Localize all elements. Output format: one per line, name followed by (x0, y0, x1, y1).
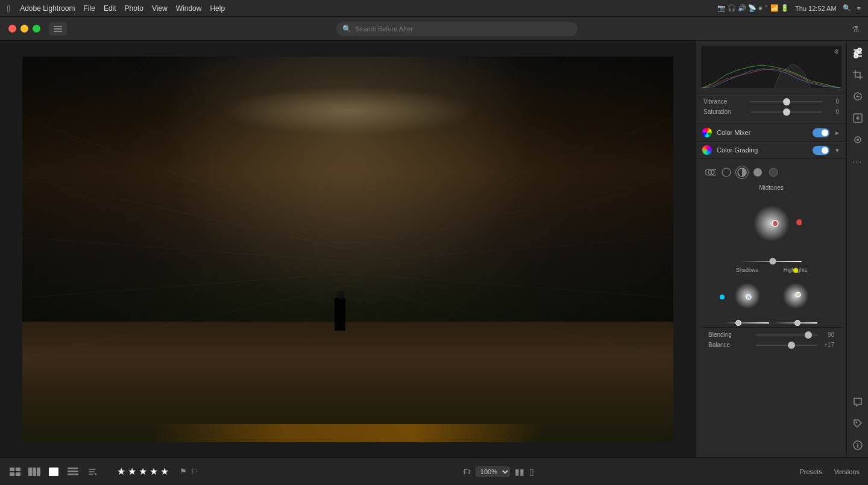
star-1[interactable]: ★ (117, 466, 125, 477)
color-grading-section: Midtones (696, 159, 846, 360)
list-view-icon[interactable] (66, 467, 80, 477)
balance-track[interactable] (755, 345, 817, 346)
svg-line-4 (22, 177, 348, 249)
svg-rect-42 (16, 468, 20, 471)
star-2[interactable]: ★ (128, 466, 136, 477)
saturation-label: Saturation (703, 108, 746, 115)
shadows-wheel-wrapper (726, 274, 769, 320)
star-5[interactable]: ★ (160, 466, 169, 477)
filter-icon[interactable]: ⚗ (852, 24, 860, 34)
color-grading-title: Color Grading (717, 146, 808, 154)
shadows-brightness-thumb[interactable] (735, 320, 741, 326)
menu-item-edit[interactable]: Edit (104, 4, 116, 13)
midtones-brightness-slider[interactable] (741, 261, 802, 262)
midtones-color-wheel[interactable] (741, 193, 802, 254)
menu-item-file[interactable]: File (84, 4, 95, 13)
svg-rect-49 (68, 468, 78, 469)
svg-line-11 (348, 274, 673, 298)
shadows-color-wheel[interactable] (726, 274, 769, 318)
highlights-brightness-thumb[interactable] (794, 320, 800, 326)
midtones-wheel-container: Midtones (701, 184, 841, 262)
search-icon-menu[interactable]: 🔍 (843, 4, 851, 12)
color-grading-chevron[interactable]: ▼ (834, 147, 840, 154)
svg-point-28 (796, 292, 800, 297)
highlights-color-wheel[interactable] (774, 274, 817, 318)
cg-all-icon[interactable] (705, 166, 717, 178)
saturation-track[interactable] (750, 111, 822, 113)
highlights-brightness-slider[interactable] (774, 322, 817, 324)
toolbar-adjust-icon[interactable] (851, 46, 865, 60)
list-icon-menu[interactable]: ≡ (857, 5, 861, 12)
cg-shadows-icon[interactable] (720, 166, 732, 178)
blending-thumb[interactable] (805, 331, 812, 339)
bottom-right: Presets Versions (799, 466, 860, 478)
star-4[interactable]: ★ (149, 466, 158, 477)
window-toggle-button[interactable] (49, 22, 67, 36)
cg-highlights-icon[interactable] (752, 166, 764, 178)
svg-line-7 (22, 286, 348, 358)
balance-label: Balance (708, 342, 750, 348)
toolbar-comment-icon[interactable] (851, 395, 865, 409)
color-grading-header: Color Grading ▼ (696, 142, 846, 159)
search-input[interactable] (355, 25, 571, 33)
crop-compare-icon[interactable]: ▯ (529, 467, 534, 477)
maximize-button[interactable] (33, 25, 40, 33)
traffic-lights (8, 25, 40, 33)
vibrance-track[interactable] (750, 101, 822, 102)
midtones-wheel-wrapper (741, 193, 802, 256)
cg-mode-icons (701, 164, 841, 181)
toolbar-dots-icon[interactable]: ··· (851, 154, 865, 169)
search-bar[interactable]: 🔍 (336, 22, 577, 36)
toolbar-tag-icon[interactable] (851, 416, 865, 431)
color-mixer-toggle[interactable] (813, 128, 829, 137)
versions-tab[interactable]: Versions (834, 466, 860, 478)
minimize-button[interactable] (20, 25, 28, 33)
tunnel-geometry (22, 57, 673, 442)
menu-item-photo[interactable]: Photo (125, 4, 143, 13)
cg-global-icon[interactable] (767, 166, 779, 178)
svg-point-20 (769, 168, 778, 177)
toolbar-mask-icon[interactable] (851, 111, 865, 125)
flag-reject[interactable]: ⚐ (190, 467, 198, 476)
menu-item-window[interactable]: Window (176, 4, 202, 13)
color-grading-toggle[interactable] (813, 146, 829, 155)
menu-items: Adobe Lightroom File Edit Photo View Win… (20, 4, 225, 13)
toolbar-redeye-icon[interactable] (851, 133, 865, 147)
shadows-brightness-slider[interactable] (726, 322, 769, 324)
menu-item-help[interactable]: Help (210, 4, 225, 13)
histogram-settings-icon[interactable]: ⚙ (834, 48, 839, 55)
fit-label: Fit (464, 468, 471, 475)
star-3[interactable]: ★ (139, 466, 147, 477)
highlights-wheel-wrapper (774, 274, 817, 320)
color-mixer-chevron[interactable]: ► (834, 130, 840, 136)
svg-line-10 (348, 237, 673, 261)
menu-item-app[interactable]: Adobe Lightroom (20, 4, 75, 13)
filmstrip-view-icon[interactable] (28, 467, 41, 477)
sliders-section: Vibrance 0 Saturation 0 (696, 93, 846, 124)
svg-point-17 (722, 168, 731, 177)
zoom-select[interactable]: 100% 50% 25% Fit Fill (476, 466, 510, 477)
blending-track[interactable] (755, 334, 817, 336)
window-chrome: 🔍 ⚗ (0, 17, 868, 41)
grid-view-icon[interactable] (8, 467, 22, 477)
macos-bar-left:  Adobe Lightroom File Edit Photo View W… (7, 4, 225, 13)
presets-tab[interactable]: Presets (799, 466, 822, 478)
balance-thumb[interactable] (788, 342, 795, 349)
toolbar-heal-icon[interactable] (851, 89, 865, 104)
right-toolbar: ··· (846, 41, 868, 457)
svg-line-3 (22, 117, 348, 237)
vibrance-thumb[interactable] (783, 98, 790, 105)
sort-icon[interactable] (86, 467, 99, 477)
flag-pick[interactable]: ⚑ (180, 467, 187, 476)
menu-item-view[interactable]: View (152, 4, 168, 13)
toolbar-crop-icon[interactable] (851, 67, 865, 82)
single-view-icon[interactable] (47, 467, 60, 477)
compare-icon[interactable]: ▮▮ (515, 467, 524, 477)
cg-midtones-icon[interactable] (736, 166, 748, 178)
photo-canvas (22, 57, 673, 442)
saturation-thumb[interactable] (783, 108, 790, 116)
midtones-brightness-thumb[interactable] (769, 258, 776, 264)
close-button[interactable] (8, 25, 16, 33)
blend-section: Blending 90 Balance +17 (701, 327, 841, 355)
toolbar-info-icon[interactable] (851, 438, 865, 452)
